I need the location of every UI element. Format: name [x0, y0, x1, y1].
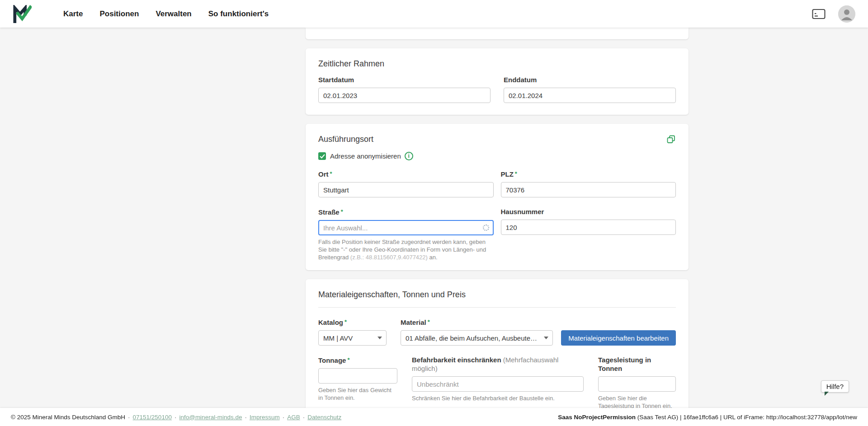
material-select[interactable]: 01 Abfälle, die beim Aufsuchen, Ausbeute…: [401, 330, 553, 346]
main-nav: Karte Positionen Verwalten So funktionie…: [63, 9, 285, 19]
strasse-hint: Falls die Position keiner Straße zugeord…: [318, 238, 487, 261]
card-icon[interactable]: [812, 9, 826, 19]
hausnummer-input[interactable]: [501, 220, 676, 235]
enddatum-label: Enddatum: [504, 75, 676, 84]
nav-item-positionen[interactable]: Positionen: [99, 9, 139, 19]
navbar-right: [812, 5, 855, 23]
plz-input[interactable]: [501, 182, 676, 197]
hausnummer-label: Hausnummer: [501, 207, 676, 216]
card-zeitlicher-rahmen: Zeitlicher Rahmen Startdatum Enddatum: [306, 48, 689, 115]
previous-card-partial: [306, 28, 689, 39]
card-materialeigenschaften: Materialeigenschaften, Tonnen und Preis …: [306, 279, 689, 426]
tonnage-hint: Geben Sie hier das Gewicht in Tonnen ein…: [318, 386, 397, 402]
card-ausfuehrungsort: Ausführungsort Adresse anonymisieren i O: [306, 124, 689, 270]
befahrbarkeit-input[interactable]: [412, 376, 584, 392]
katalog-select[interactable]: MM | AVV: [318, 330, 387, 346]
ort-label: Ort*: [318, 169, 494, 178]
plz-label: PLZ*: [501, 169, 676, 178]
chevron-down-icon: [377, 337, 382, 339]
required-marker: *: [515, 170, 517, 177]
required-marker: *: [330, 170, 332, 177]
nav-item-verwalten[interactable]: Verwalten: [156, 9, 191, 19]
required-marker: *: [341, 208, 343, 215]
anonymize-checkbox[interactable]: [318, 152, 326, 160]
startdatum-input[interactable]: [318, 88, 491, 103]
befahrbarkeit-hint: Schränken Sie hier die Befahrbarkeit der…: [412, 394, 584, 402]
tagesleistung-label: Tagesleistung in Tonnen: [598, 356, 676, 373]
befahrbarkeit-label: Befahrbarkeit einschränken (Mehrfachausw…: [412, 356, 584, 373]
anonymize-label: Adresse anonymisieren: [330, 152, 401, 160]
mineral-minds-logo-icon[interactable]: [13, 5, 32, 23]
footer-impressum-link[interactable]: Impressum: [250, 414, 280, 421]
footer-app-info: Saas NoProjectPermission (Saas Test AG) …: [558, 414, 857, 421]
chevron-down-icon: [544, 337, 548, 339]
user-avatar-icon[interactable]: [838, 5, 855, 23]
footer-agb-link[interactable]: AGB: [287, 414, 300, 421]
help-button[interactable]: Hilfe?: [821, 380, 849, 393]
top-navbar: Karte Positionen Verwalten So funktionie…: [0, 0, 868, 28]
tagesleistung-hint: Geben Sie hier die Tagesleistung in Tonn…: [598, 394, 676, 410]
loading-spinner-icon: [483, 225, 489, 231]
required-marker: *: [347, 356, 349, 363]
footer-phone-link[interactable]: 07151/250100: [133, 414, 172, 421]
edit-material-properties-button[interactable]: Materialeigenschaften bearbeiten: [561, 330, 676, 346]
footer-copyright: © 2025 Mineral Minds Deutschland GmbH: [11, 414, 125, 421]
nav-item-karte[interactable]: Karte: [63, 9, 83, 19]
tonnage-input[interactable]: [318, 368, 397, 384]
startdatum-label: Startdatum: [318, 75, 491, 84]
footer-email-link[interactable]: info@mineral-minds.de: [179, 414, 242, 421]
info-icon[interactable]: i: [405, 152, 413, 160]
tagesleistung-input[interactable]: [598, 376, 676, 392]
strasse-label: Straße*: [318, 207, 494, 216]
nav-item-so-funktionierts[interactable]: So funktioniert's: [208, 9, 269, 19]
footer: © 2025 Mineral Minds Deutschland GmbH · …: [0, 408, 868, 426]
footer-datenschutz-link[interactable]: Datenschutz: [307, 414, 341, 421]
required-marker: *: [344, 318, 347, 325]
help-bubble-tail: [825, 392, 829, 396]
katalog-label: Katalog*: [318, 318, 387, 327]
tonnage-label: Tonnage*: [318, 356, 397, 365]
card-title-materialeigenschaften: Materialeigenschaften, Tonnen und Preis: [318, 289, 676, 300]
required-marker: *: [428, 318, 430, 325]
card-title-ausfuehrungsort: Ausführungsort: [318, 134, 373, 145]
strasse-input[interactable]: [318, 220, 494, 235]
ort-input[interactable]: [318, 182, 494, 197]
enddatum-input[interactable]: [504, 88, 676, 103]
copy-icon[interactable]: [666, 135, 676, 144]
material-label: Material*: [401, 318, 553, 327]
card-title-zeitlicher-rahmen: Zeitlicher Rahmen: [318, 58, 676, 69]
form-scroll-area[interactable]: Zeitlicher Rahmen Startdatum Enddatum Au…: [0, 28, 868, 426]
form-content: Zeitlicher Rahmen Startdatum Enddatum Au…: [306, 28, 689, 426]
